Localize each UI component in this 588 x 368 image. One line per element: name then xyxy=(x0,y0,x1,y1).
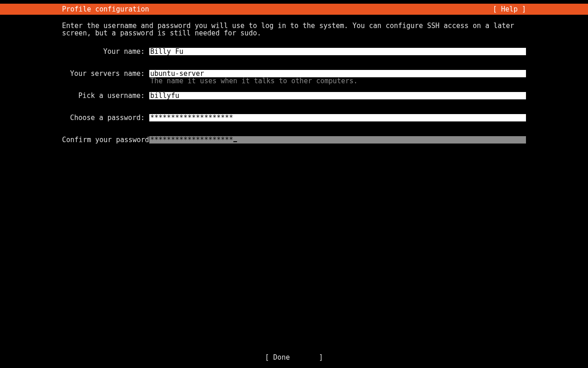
server-name-label: Your servers name: xyxy=(62,70,149,77)
help-button[interactable]: [ Help ] xyxy=(493,6,588,13)
page-title: Profile configuration xyxy=(0,6,149,13)
profile-form: Your name: Billy Fu Your servers name: u… xyxy=(62,48,526,144)
confirm-password-label: Confirm your password: xyxy=(62,136,149,144)
titlebar: Profile configuration [ Help ] xyxy=(0,4,588,15)
server-name-hint: The name it uses when it talks to other … xyxy=(149,77,526,85)
username-label: Pick a username: xyxy=(62,92,149,99)
text-cursor-icon xyxy=(233,141,237,142)
password-input[interactable]: ******************** xyxy=(149,114,526,121)
instructions-text: Enter the username and password you will… xyxy=(62,22,526,37)
your-name-input[interactable]: Billy Fu xyxy=(149,48,526,55)
password-label: Choose a password: xyxy=(62,114,149,121)
done-button[interactable]: [ Done ] xyxy=(0,354,588,361)
confirm-password-input[interactable]: ******************** xyxy=(149,136,526,144)
server-name-input[interactable]: ubuntu-server xyxy=(149,70,526,77)
username-input[interactable]: billyfu xyxy=(149,92,526,99)
your-name-label: Your name: xyxy=(62,48,149,55)
